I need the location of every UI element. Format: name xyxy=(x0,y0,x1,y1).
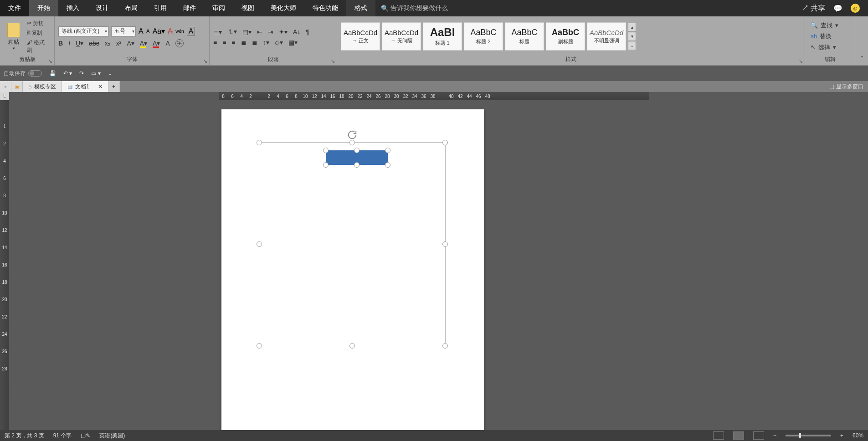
menu-tab-mail[interactable]: 邮件 xyxy=(175,0,204,16)
style-normal[interactable]: AaBbCcDd → 正文 xyxy=(341,22,380,51)
zoom-in-button[interactable]: + xyxy=(840,432,843,439)
show-marks-icon[interactable]: ¶ xyxy=(306,28,309,36)
canvas-handle-e[interactable] xyxy=(442,241,448,247)
tab-document1[interactable]: ▤ 文档1 ✕ xyxy=(62,81,108,92)
user-smile-icon[interactable]: ☺ xyxy=(851,4,860,13)
canvas-handle-sw[interactable] xyxy=(257,343,262,349)
view-web-icon[interactable] xyxy=(753,431,764,440)
menu-tab-layout[interactable]: 布局 xyxy=(117,0,146,16)
collapse-ribbon-icon[interactable]: ˅ xyxy=(855,16,868,65)
strikethrough-button[interactable]: abc xyxy=(89,40,99,47)
text-direction-icon[interactable]: ✦▾ xyxy=(279,28,288,36)
vertical-ruler[interactable]: 1246810121416182022242628 xyxy=(0,100,9,430)
clear-format-icon[interactable]: A̶ xyxy=(168,27,173,36)
line-spacing-icon[interactable]: ↕▾ xyxy=(263,39,269,46)
sort-icon[interactable]: A↓ xyxy=(293,28,300,36)
shrink-font-icon[interactable]: A xyxy=(146,28,150,35)
canvas-handle-ne[interactable] xyxy=(442,140,448,145)
zoom-level[interactable]: 60% xyxy=(853,432,863,439)
gallery-more-icon[interactable]: ⌄ xyxy=(628,41,636,50)
horizontal-ruler[interactable]: 8642246810121416182022242628303234363840… xyxy=(219,92,649,100)
align-left-icon[interactable]: ≡ xyxy=(213,39,217,46)
menu-tab-design[interactable]: 设计 xyxy=(87,0,117,16)
canvas-handle-n[interactable] xyxy=(349,140,355,145)
zoom-slider[interactable] xyxy=(786,435,831,436)
zoom-out-button[interactable]: − xyxy=(773,432,776,439)
align-center-icon[interactable]: ≡ xyxy=(222,39,226,46)
save-icon[interactable]: 💾 xyxy=(49,70,56,77)
tab-templates[interactable]: ⌂ 模板专区 xyxy=(23,81,62,92)
select-button[interactable]: ↖选择 ▾ xyxy=(811,43,838,51)
menu-tab-home[interactable]: 开始 xyxy=(29,0,58,16)
increase-indent-icon[interactable]: ⇥ xyxy=(268,28,273,36)
autosave-toggle[interactable]: 自动保存 xyxy=(4,70,42,77)
shape-handle-n[interactable] xyxy=(354,148,360,153)
bullets-icon[interactable]: ≣▾ xyxy=(213,28,222,36)
borders-icon[interactable]: ▦▾ xyxy=(288,39,298,46)
paste-button[interactable]: 粘贴 ▾ xyxy=(4,23,24,51)
shape-handle-ne[interactable] xyxy=(385,148,390,153)
find-button[interactable]: 🔍查找 ▾ xyxy=(811,21,838,30)
change-case-icon[interactable]: Aa▾ xyxy=(153,27,165,36)
menu-tab-references[interactable]: 引用 xyxy=(146,0,175,16)
style-title[interactable]: AaBbC 标题 xyxy=(505,22,544,51)
status-wordcount[interactable]: 91 个字 xyxy=(53,432,72,440)
font-color-icon[interactable]: A▾ xyxy=(153,40,160,47)
style-heading2[interactable]: AaBbC 标题 2 xyxy=(464,22,503,51)
menu-tab-view[interactable]: 视图 xyxy=(233,0,262,16)
highlight-icon[interactable]: A▾ xyxy=(140,40,147,47)
canvas-handle-nw[interactable] xyxy=(257,140,262,145)
status-language[interactable]: 英语(美国) xyxy=(99,432,125,440)
canvas-handle-w[interactable] xyxy=(257,241,262,247)
replace-button[interactable]: ab替换 xyxy=(811,32,838,41)
style-heading1[interactable]: AaBl 标题 1 xyxy=(423,22,462,51)
text-effects-icon[interactable]: A▾ xyxy=(127,40,134,47)
qat-customize-icon[interactable]: ⌄ xyxy=(108,70,113,77)
undo-icon[interactable]: ↶ ▾ xyxy=(63,70,72,77)
clipboard-dialog-launcher[interactable]: ↘ xyxy=(47,58,53,64)
open-folder-icon[interactable]: ▣ xyxy=(11,81,23,92)
shape-handle-nw[interactable] xyxy=(323,148,329,153)
view-read-icon[interactable] xyxy=(713,431,724,440)
multi-window-button[interactable]: ▢ 显示多窗口 xyxy=(825,81,868,92)
format-painter-button[interactable]: 🖌 格式刷 xyxy=(27,39,48,54)
cut-button[interactable]: ✂ 剪切 xyxy=(27,20,48,27)
numbering-icon[interactable]: ⒈▾ xyxy=(227,28,237,36)
view-print-icon[interactable] xyxy=(733,431,744,440)
style-subtitle[interactable]: AaBbC 副标题 xyxy=(546,22,585,51)
menu-tab-beautify[interactable]: 美化大师 xyxy=(262,0,304,16)
menu-tab-format-context[interactable]: 格式 xyxy=(346,0,375,16)
multilevel-list-icon[interactable]: ▤▾ xyxy=(242,28,252,36)
align-right-icon[interactable]: ≡ xyxy=(231,39,235,46)
canvas-handle-s[interactable] xyxy=(349,343,355,349)
italic-button[interactable]: I xyxy=(68,40,70,47)
tell-me-search[interactable]: 🔍 告诉我你想要做什么 xyxy=(375,0,453,16)
new-doc-icon[interactable]: ▫ xyxy=(0,81,11,92)
menu-tab-insert[interactable]: 插入 xyxy=(58,0,87,16)
gallery-up-icon[interactable]: ▴ xyxy=(628,23,636,32)
style-subtle-emphasis[interactable]: AaBbCcDd 不明显强调 xyxy=(587,22,626,51)
comments-icon[interactable]: 💬 xyxy=(833,4,842,13)
gallery-down-icon[interactable]: ▾ xyxy=(628,32,636,41)
shape-handle-sw[interactable] xyxy=(323,162,329,168)
canvas-handle-se[interactable] xyxy=(442,343,448,349)
shape-handle-se[interactable] xyxy=(385,162,390,168)
circle-enclose-icon[interactable]: 字 xyxy=(175,39,184,47)
menu-tab-file[interactable]: 文件 xyxy=(0,0,29,16)
grow-font-icon[interactable]: A xyxy=(139,27,144,36)
add-tab-icon[interactable]: + xyxy=(108,81,120,92)
font-dialog-launcher[interactable]: ↘ xyxy=(202,58,208,64)
styles-dialog-launcher[interactable]: ↘ xyxy=(797,58,804,64)
redo-icon[interactable]: ↷ xyxy=(79,70,84,77)
char-shading-icon[interactable]: A xyxy=(165,40,169,47)
new-blank-icon[interactable]: ▭ ▾ xyxy=(91,70,100,77)
shape-rectangle-selection[interactable] xyxy=(326,150,388,165)
font-name-combo[interactable]: 等线 (西文正文) xyxy=(58,26,108,36)
menu-tab-special[interactable]: 特色功能 xyxy=(304,0,346,16)
char-border-icon[interactable]: A xyxy=(187,27,195,36)
underline-button[interactable]: U▾ xyxy=(76,40,83,47)
shading-icon[interactable]: ◇▾ xyxy=(275,39,283,46)
decrease-indent-icon[interactable]: ⇤ xyxy=(257,28,262,36)
justify-icon[interactable]: ≣ xyxy=(241,39,247,46)
style-no-spacing[interactable]: AaBbCcDd → 无间隔 xyxy=(382,22,421,51)
